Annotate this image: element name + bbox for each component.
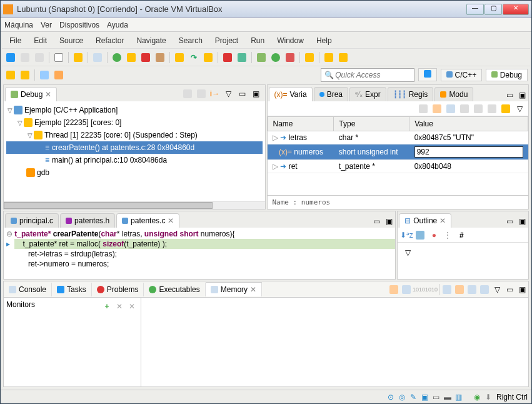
menu-run[interactable]: Run	[246, 34, 269, 47]
mem-tb-1[interactable]	[388, 283, 400, 296]
menu-window[interactable]: Window	[272, 34, 309, 47]
table-row[interactable]: ▷ ➜ ret t_patente * 0x804b048	[268, 160, 528, 173]
menu-search[interactable]: Search	[174, 34, 208, 47]
cpp-perspective-button[interactable]: C/C++	[441, 69, 482, 81]
build-button[interactable]	[72, 51, 84, 64]
variable-value-input[interactable]	[414, 146, 523, 158]
instruction-step-button[interactable]	[221, 51, 234, 64]
mem-tb-8[interactable]	[478, 283, 491, 296]
outline-group-icon[interactable]: ⋮	[441, 229, 454, 241]
debug-view-btn3[interactable]: i→	[209, 88, 221, 100]
tab-variables[interactable]: (x)= Varia	[269, 87, 313, 101]
close-icon[interactable]: ✕	[250, 285, 256, 294]
view-menu-icon[interactable]: ▽	[491, 283, 503, 296]
minimize-icon[interactable]: ▭	[503, 89, 516, 101]
tree-row[interactable]: ▽Ejemplo [C/C++ Application]	[6, 104, 263, 116]
run-dropdown-button[interactable]	[269, 51, 282, 64]
close-icon[interactable]: ✕	[439, 216, 446, 225]
tab-executables[interactable]: Executables	[144, 283, 205, 296]
minimize-icon[interactable]: ▭	[503, 215, 516, 228]
tab-expressions[interactable]: ᵉ⁄ₓ Expr	[349, 87, 386, 101]
vars-tb-collapse[interactable]	[499, 103, 512, 115]
mem-tb-3[interactable]: 1010	[413, 283, 425, 296]
editor-tab-patentesc[interactable]: patentes.c ✕	[116, 213, 179, 228]
menu-edit[interactable]: Edit	[29, 34, 52, 47]
maximize-icon[interactable]: ▣	[383, 215, 395, 228]
outline-filter-icon[interactable]	[414, 229, 426, 241]
menu-navigate[interactable]: Navigate	[131, 34, 171, 47]
mem-tb-5[interactable]	[441, 283, 453, 296]
binary-icon[interactable]	[53, 51, 65, 64]
vbox-menu-dispositivos[interactable]: Dispositivos	[59, 21, 99, 29]
vars-tb-5[interactable]	[472, 103, 484, 115]
close-button[interactable]: ✕	[503, 4, 529, 15]
vars-tb-6[interactable]	[486, 103, 498, 115]
tab-modules[interactable]: Modu	[434, 87, 473, 101]
maximize-icon[interactable]: ▣	[250, 88, 263, 100]
minimize-icon[interactable]: ▭	[236, 88, 249, 100]
back-button[interactable]	[4, 69, 17, 81]
mem-tb-7[interactable]	[466, 283, 478, 296]
mem-tb-6[interactable]	[453, 283, 466, 296]
vars-tb-4[interactable]	[458, 103, 471, 115]
menu-file[interactable]: File	[4, 34, 26, 47]
add-monitor-button[interactable]: +	[101, 300, 113, 313]
new-button[interactable]	[4, 51, 17, 64]
vbox-menu-maquina[interactable]: Máquina	[4, 21, 33, 29]
step-return-button[interactable]	[202, 51, 214, 64]
remove-monitor-button[interactable]: ✕	[113, 300, 126, 313]
restart-button[interactable]	[236, 51, 248, 64]
next-annotation-button[interactable]	[323, 51, 335, 64]
debug-view-btn2[interactable]	[195, 88, 208, 100]
vars-tb-2[interactable]	[431, 103, 443, 115]
close-icon[interactable]: ✕	[168, 216, 174, 225]
maximize-icon[interactable]: ▣	[516, 215, 528, 228]
view-menu-icon[interactable]: ▽	[513, 103, 526, 115]
tab-problems[interactable]: Problems	[92, 283, 144, 296]
menu-project[interactable]: Project	[210, 34, 243, 47]
vbox-menu-ayuda[interactable]: Ayuda	[107, 21, 128, 29]
quick-access-input[interactable]	[321, 68, 414, 82]
scrollbar-h[interactable]	[4, 201, 265, 209]
minimize-icon[interactable]: ▭	[503, 283, 516, 296]
skip-breakpoints-button[interactable]	[91, 51, 104, 64]
outline-collapse-icon[interactable]: ▽	[401, 246, 414, 259]
forward-button[interactable]	[19, 69, 31, 81]
vars-tb-3[interactable]	[444, 103, 457, 115]
menu-refactor[interactable]: Refactor	[91, 34, 129, 47]
maximize-button[interactable]: ▢	[484, 4, 502, 15]
close-icon[interactable]: ✕	[45, 90, 51, 99]
tree-row[interactable]: ≡main() at principal.c:10 0x80486da	[6, 154, 263, 166]
save-button[interactable]	[19, 51, 31, 64]
col-name[interactable]: Name	[268, 117, 334, 131]
editor-tab-patentesh[interactable]: patentes.h	[60, 213, 115, 228]
resume-button[interactable]	[111, 51, 123, 64]
mem-tb-2[interactable]	[400, 283, 413, 296]
maximize-icon[interactable]: ▣	[516, 283, 528, 296]
debug-perspective-button[interactable]: Debug	[486, 69, 528, 81]
tree-row-selected[interactable]: ≡crearPatente() at patentes.c:28 0x80486…	[6, 141, 263, 154]
maximize-icon[interactable]: ▣	[516, 89, 528, 101]
remove-all-button[interactable]: ✕	[126, 300, 138, 313]
tab-memory[interactable]: Memory ✕	[206, 282, 262, 296]
tab-breakpoints[interactable]: Brea	[314, 87, 348, 101]
table-row[interactable]: ▷ ➜ letras char * 0x80487c5 "UTN"	[268, 131, 528, 144]
col-type[interactable]: Type	[334, 117, 409, 131]
step-into-button[interactable]	[173, 51, 186, 64]
toggle-mark-button[interactable]	[38, 69, 51, 81]
prev-annotation-button[interactable]	[337, 51, 349, 64]
minimize-button[interactable]: —	[466, 4, 484, 15]
save-all-button[interactable]	[33, 51, 46, 64]
outline-hide-icon[interactable]: ●	[428, 229, 440, 241]
outline-more-icon[interactable]: #	[455, 229, 468, 241]
menu-source[interactable]: Source	[54, 34, 88, 47]
view-menu-icon[interactable]: ▽	[223, 88, 235, 100]
outline-sort-icon[interactable]: ⬇ᵃz	[400, 229, 413, 241]
tab-debug[interactable]: Debug ✕	[5, 87, 57, 101]
open-perspective-button[interactable]	[418, 68, 437, 81]
debug-view-btn1[interactable]	[181, 88, 194, 100]
debug-dropdown-button[interactable]	[255, 51, 268, 64]
tab-console[interactable]: Console	[4, 283, 52, 296]
mem-tb-4[interactable]: 1010	[425, 283, 438, 296]
col-value[interactable]: Value	[409, 117, 528, 131]
